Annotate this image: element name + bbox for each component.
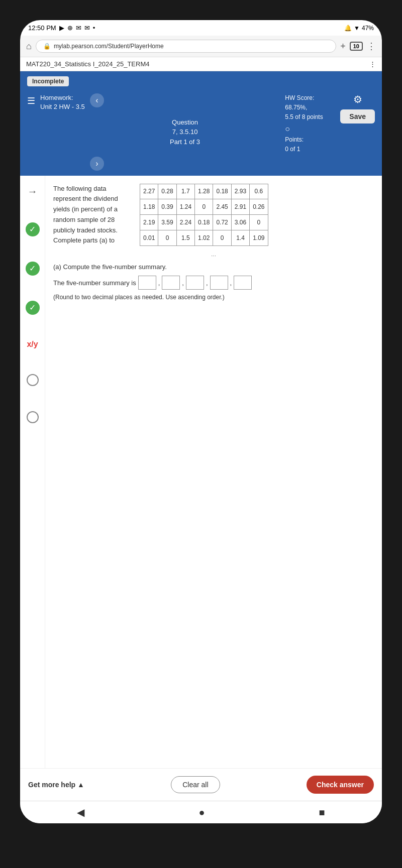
status-left: 12:50 PM ▶ ⊕ ✉ ✉ • bbox=[28, 24, 95, 32]
sidebar-icons: → ✓ ✓ ✓ x/y bbox=[20, 176, 45, 769]
check-answer-button[interactable]: Check answer bbox=[307, 776, 374, 794]
hw-title: Homework: Unit 2 HW - 3.5 bbox=[40, 93, 85, 111]
tab-title: MAT220_34_Statistics I_2024_25_TERM4 bbox=[26, 60, 149, 68]
table-cell: 3.06 bbox=[231, 215, 249, 230]
question-label: Question bbox=[90, 117, 280, 128]
data-section: The following data represent the dividen… bbox=[53, 184, 374, 246]
table-cell: 2.45 bbox=[213, 199, 231, 215]
table-cell: 0.18 bbox=[195, 215, 213, 230]
table-cell: 0.18 bbox=[213, 184, 231, 199]
input-1[interactable] bbox=[138, 276, 156, 290]
hw-header: Incomplete ☰ Homework: Unit 2 HW - 3.5 ‹… bbox=[20, 71, 382, 176]
input-3[interactable] bbox=[186, 276, 204, 290]
comma-4: , bbox=[230, 279, 232, 287]
recent-nav-button[interactable]: ■ bbox=[319, 807, 325, 818]
input-5[interactable] bbox=[234, 276, 252, 290]
email-icon: ✉ bbox=[76, 24, 81, 32]
comma-3: , bbox=[206, 279, 208, 287]
menu-dots-icon[interactable]: ⋮ bbox=[367, 41, 376, 52]
browser-bar: ⌂ 🔒 mylab.pearson.com/Student/PlayerHome… bbox=[20, 36, 382, 57]
table-cell: 2.93 bbox=[231, 184, 249, 199]
dot-indicator: • bbox=[93, 24, 95, 32]
table-cell: 0.26 bbox=[250, 199, 268, 215]
android-nav: ◀ ● ■ bbox=[20, 801, 382, 823]
hamburger-icon[interactable]: ☰ bbox=[27, 95, 35, 106]
table-cell: 1.4 bbox=[231, 230, 249, 246]
question-text: The following data represent the dividen… bbox=[53, 184, 134, 246]
data-table: 2.270.281.71.280.182.930.61.180.391.2402… bbox=[140, 184, 268, 246]
url-text: mylab.pearson.com/Student/PlayerHome bbox=[54, 43, 164, 50]
table-cell: 0 bbox=[213, 230, 231, 246]
back-nav-button[interactable]: ◀ bbox=[77, 806, 84, 818]
incomplete-badge: Incomplete bbox=[27, 76, 69, 86]
video-icon: ▶ bbox=[59, 24, 64, 32]
table-cell: 0.28 bbox=[158, 184, 176, 199]
status-right: 🔔 ▼ 47% bbox=[344, 25, 374, 32]
score-value: 68.75%, bbox=[285, 103, 335, 112]
prev-question-button[interactable]: ‹ bbox=[90, 93, 104, 107]
table-cell: 1.7 bbox=[176, 184, 194, 199]
input-4[interactable] bbox=[210, 276, 228, 290]
comma-2: , bbox=[182, 279, 184, 287]
table-cell: 1.09 bbox=[250, 230, 268, 246]
table-cell: 1.28 bbox=[195, 184, 213, 199]
home-icon[interactable]: ⌂ bbox=[26, 41, 32, 52]
time-display: 12:50 PM bbox=[28, 24, 56, 32]
table-cell: 0.39 bbox=[158, 199, 176, 215]
table-cell: 0 bbox=[158, 230, 176, 246]
bottom-toolbar: Get more help ▲ Clear all Check answer bbox=[20, 768, 382, 801]
five-num-note: (Round to two decimal places as needed. … bbox=[53, 293, 374, 302]
score-details: 5.5 of 8 points bbox=[285, 112, 335, 122]
battery-display: 47% bbox=[362, 25, 374, 32]
input-2[interactable] bbox=[162, 276, 180, 290]
next-question-button[interactable]: › bbox=[90, 157, 104, 171]
table-cell: 2.24 bbox=[176, 215, 194, 230]
check-icon-3: ✓ bbox=[26, 301, 40, 315]
empty-circle-1 bbox=[27, 374, 39, 386]
score-section: HW Score: 68.75%, 5.5 of 8 points ○ Poin… bbox=[285, 93, 335, 155]
page-content: Incomplete ☰ Homework: Unit 2 HW - 3.5 ‹… bbox=[20, 71, 382, 823]
check-icon-2: ✓ bbox=[26, 262, 40, 276]
part-a-label: (a) Compute the five-number summary. bbox=[53, 263, 374, 271]
hw-label: Homework: bbox=[40, 93, 85, 102]
points-value: 0 of 1 bbox=[285, 145, 335, 154]
message-icon: ✉ bbox=[84, 24, 90, 32]
table-cell: 1.18 bbox=[140, 199, 158, 215]
section-divider: ··· bbox=[53, 252, 374, 259]
points-label: Points: bbox=[285, 135, 335, 145]
tab-count[interactable]: 10 bbox=[350, 42, 363, 51]
wifi-strength-icon: ▼ bbox=[354, 25, 360, 32]
question-number: 7, 3.5.10 bbox=[90, 127, 280, 137]
wifi-icon: ⊕ bbox=[67, 24, 73, 32]
table-cell: 0.72 bbox=[213, 215, 231, 230]
clear-all-button[interactable]: Clear all bbox=[171, 776, 220, 793]
get-more-help-link[interactable]: Get more help ▲ bbox=[28, 781, 84, 789]
hw-name: Unit 2 HW - 3.5 bbox=[40, 102, 85, 111]
empty-circle-2 bbox=[27, 411, 39, 423]
plus-icon[interactable]: + bbox=[340, 41, 346, 52]
five-number-row: The five-number summary is , , , , bbox=[53, 276, 374, 290]
question-content: The following data represent the dividen… bbox=[45, 176, 382, 769]
table-cell: 3.59 bbox=[158, 215, 176, 230]
settings-icon[interactable]: ⚙ bbox=[353, 93, 362, 105]
fraction-icon: x/y bbox=[27, 340, 38, 349]
table-cell: 1.5 bbox=[176, 230, 194, 246]
home-nav-button[interactable]: ● bbox=[198, 807, 205, 818]
table-cell: 2.19 bbox=[140, 215, 158, 230]
score-label: HW Score: bbox=[285, 93, 335, 103]
part-label: Part 1 of 3 bbox=[90, 137, 280, 147]
main-area: → ✓ ✓ ✓ x/y The following data represent… bbox=[20, 176, 382, 769]
status-bar: 12:50 PM ▶ ⊕ ✉ ✉ • 🔔 ▼ 47% bbox=[20, 20, 382, 36]
comma-1: , bbox=[158, 279, 160, 287]
save-button[interactable]: Save bbox=[340, 109, 375, 123]
url-bar[interactable]: 🔒 mylab.pearson.com/Student/PlayerHome bbox=[36, 40, 336, 53]
table-cell: 1.02 bbox=[195, 230, 213, 246]
table-cell: 0 bbox=[195, 199, 213, 215]
tab-menu-icon[interactable]: ⋮ bbox=[369, 60, 376, 68]
save-gear-section: ⚙ Save bbox=[340, 93, 375, 123]
hw-info: ☰ Homework: Unit 2 HW - 3.5 ‹ Question 7… bbox=[27, 93, 375, 171]
question-info: ‹ Question 7, 3.5.10 Part 1 of 3 › bbox=[90, 93, 280, 171]
signal-icon: 🔔 bbox=[344, 25, 352, 32]
five-num-label: The five-number summary is bbox=[53, 279, 136, 287]
current-question-arrow: → bbox=[28, 186, 38, 197]
